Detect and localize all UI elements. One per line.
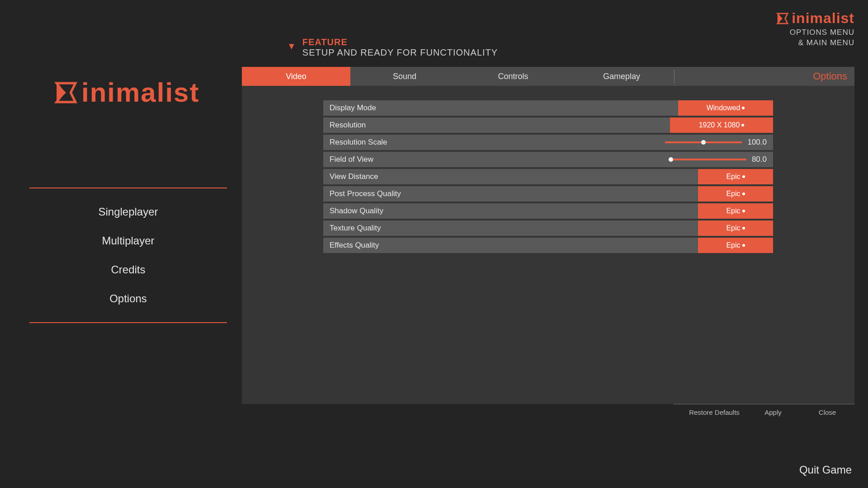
row-texture-quality: Texture Quality Epic xyxy=(323,221,773,236)
value-resolution: 1920 X 1080 xyxy=(699,121,740,129)
side-logo: inimalist xyxy=(54,77,199,108)
picker-post-process-quality[interactable]: Epic xyxy=(698,186,773,202)
picker-shadow-quality[interactable]: Epic xyxy=(698,203,773,219)
row-post-process-quality: Post Process Quality Epic xyxy=(323,186,773,202)
row-effects-quality: Effects Quality Epic xyxy=(323,238,773,253)
label-post-process-quality: Post Process Quality xyxy=(323,189,698,198)
label-effects-quality: Effects Quality xyxy=(323,241,698,250)
quit-game-button[interactable]: Quit Game xyxy=(799,464,852,476)
row-view-distance: View Distance Epic xyxy=(323,169,773,184)
options-tabs: Video Sound Controls Gameplay Options xyxy=(242,67,854,86)
label-view-distance: View Distance xyxy=(323,172,698,181)
picker-dot-icon xyxy=(742,175,745,178)
menu-singleplayer[interactable]: Singleplayer xyxy=(29,197,227,226)
action-bar: Restore Defaults Apply Close xyxy=(242,404,854,420)
picker-effects-quality[interactable]: Epic xyxy=(698,238,773,253)
value-field-of-view: 80.0 xyxy=(752,155,767,164)
menu-multiplayer[interactable]: Multiplayer xyxy=(29,226,227,255)
tab-sound[interactable]: Sound xyxy=(350,67,459,86)
brand-title: inimalist xyxy=(792,10,854,27)
picker-view-distance[interactable]: Epic xyxy=(698,169,773,184)
value-effects-quality: Epic xyxy=(726,241,740,249)
tab-controls[interactable]: Controls xyxy=(459,67,567,86)
sidebar: inimalist Singleplayer Multiplayer Credi… xyxy=(0,0,242,488)
brand-sub-2: & MAIN MENU xyxy=(776,38,854,47)
value-resolution-scale: 100.0 xyxy=(747,138,767,147)
value-texture-quality: Epic xyxy=(726,224,740,232)
value-display-mode: Windowed xyxy=(707,104,741,112)
logo-mark-icon xyxy=(54,81,78,104)
action-bar-divider xyxy=(674,404,854,404)
dropdown-arrow-icon: ▼ xyxy=(287,42,296,51)
menu-credits[interactable]: Credits xyxy=(29,255,227,284)
picker-dot-icon xyxy=(742,227,745,230)
brand-logo: inimalist xyxy=(776,10,854,27)
feature-heading: ▼ FEATURE SETUP AND READY FOR FUNCTIONAL… xyxy=(287,37,498,58)
feature-title: FEATURE xyxy=(302,37,498,47)
tab-gameplay[interactable]: Gameplay xyxy=(567,67,676,86)
row-field-of-view: Field of View 80.0 xyxy=(323,152,773,167)
label-display-mode: Display Mode xyxy=(323,103,678,113)
row-resolution-scale: Resolution Scale 100.0 xyxy=(323,135,773,150)
restore-defaults-button[interactable]: Restore Defaults xyxy=(683,407,746,418)
options-heading: Options xyxy=(813,67,847,86)
row-display-mode: Display Mode Windowed xyxy=(323,100,773,116)
picker-display-mode[interactable]: Windowed xyxy=(678,100,773,116)
picker-dot-icon xyxy=(742,107,745,109)
tabs-divider xyxy=(674,70,675,83)
tab-video[interactable]: Video xyxy=(242,67,350,86)
brand-block: inimalist OPTIONS MENU & MAIN MENU xyxy=(776,10,854,48)
label-texture-quality: Texture Quality xyxy=(323,224,698,233)
label-shadow-quality: Shadow Quality xyxy=(323,206,698,216)
side-logo-word: inimalist xyxy=(81,77,199,108)
picker-dot-icon xyxy=(742,244,745,247)
feature-subtitle: SETUP AND READY FOR FUNCTIONALITY xyxy=(302,47,498,58)
slider-resolution-scale[interactable] xyxy=(665,141,742,143)
slider-thumb-field-of-view[interactable] xyxy=(669,157,673,162)
row-shadow-quality: Shadow Quality Epic xyxy=(323,203,773,219)
picker-resolution[interactable]: 1920 X 1080 xyxy=(670,117,773,133)
row-resolution: Resolution 1920 X 1080 xyxy=(323,117,773,133)
value-view-distance: Epic xyxy=(726,173,740,181)
label-field-of-view: Field of View xyxy=(323,155,662,164)
settings-rows: Display Mode Windowed Resolution 1920 X … xyxy=(323,100,773,255)
picker-dot-icon xyxy=(742,192,745,195)
apply-button[interactable]: Apply xyxy=(746,407,800,418)
options-panel: Video Sound Controls Gameplay Options Di… xyxy=(242,67,854,404)
picker-dot-icon xyxy=(741,124,744,127)
label-resolution: Resolution xyxy=(323,121,670,130)
picker-texture-quality[interactable]: Epic xyxy=(698,221,773,236)
picker-dot-icon xyxy=(742,210,745,212)
close-button[interactable]: Close xyxy=(800,407,854,418)
menu-options[interactable]: Options xyxy=(29,284,227,313)
label-resolution-scale: Resolution Scale xyxy=(323,138,662,147)
slider-field-of-view[interactable] xyxy=(670,159,746,160)
logo-mark-icon xyxy=(776,12,789,25)
brand-sub-1: OPTIONS MENU xyxy=(776,28,854,37)
value-shadow-quality: Epic xyxy=(726,207,740,215)
slider-thumb-resolution-scale[interactable] xyxy=(701,140,706,145)
main-menu: Singleplayer Multiplayer Credits Options xyxy=(29,188,227,323)
value-post-process-quality: Epic xyxy=(726,190,740,198)
